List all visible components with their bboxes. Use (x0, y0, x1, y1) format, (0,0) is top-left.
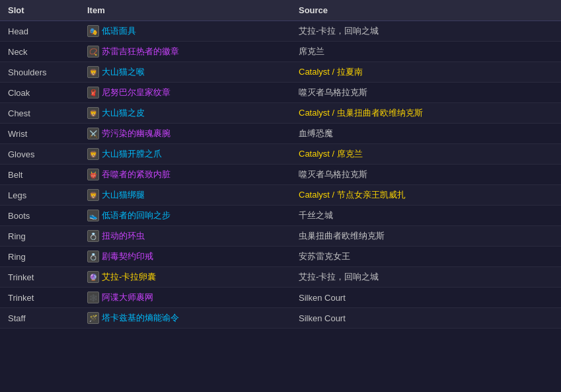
item-icon: 👟 (87, 210, 99, 221)
source-cell: 安苏雷克女王 (291, 247, 561, 267)
source-cell: 艾拉-卡拉，回响之城 (291, 267, 561, 288)
item-link[interactable]: 塔卡兹基的熵能谕令 (102, 312, 179, 324)
table-row: Cloak🧣尼努巴尔皇家纹章噬灭者乌格拉克斯 (0, 83, 561, 103)
source-cell: 噬灭者乌格拉克斯 (291, 83, 561, 103)
item-icon: 🦁 (87, 66, 99, 78)
item-link[interactable]: 劳污染的幽魂裹腕 (102, 128, 170, 139)
table-row: Gloves🦁大山猫开膛之爪Catalyst / 席克兰 (0, 144, 561, 165)
item-cell[interactable]: 💍剧毒契约印戒 (79, 247, 291, 267)
item-icon: 🦁 (87, 148, 99, 160)
table-row: Head🎭低语面具艾拉-卡拉，回响之城 (0, 21, 561, 42)
item-cell[interactable]: 🧣尼努巴尔皇家纹章 (79, 83, 291, 103)
source-cell: Silken Court (291, 308, 561, 329)
slot-header: Slot (0, 0, 79, 21)
gear-table-container: Slot Item Source Head🎭低语面具艾拉-卡拉，回响之城Neck… (0, 0, 561, 329)
table-row: Wrist⚔️劳污染的幽魂裹腕血缚恐魔 (0, 124, 561, 144)
item-cell[interactable]: ⚔️劳污染的幽魂裹腕 (79, 124, 291, 144)
source-cell: Catalyst / 节点女亲王凯威扎 (291, 185, 561, 206)
item-cell[interactable]: 🔮艾拉-卡拉卵囊 (79, 267, 291, 288)
source-header: Source (291, 0, 561, 21)
table-row: Legs🦁大山猫绑腿Catalyst / 节点女亲王凯威扎 (0, 185, 561, 206)
slot-cell: Cloak (0, 83, 79, 103)
item-icon: 🔮 (87, 271, 99, 283)
item-link[interactable]: 阿谍大师裹网 (102, 292, 153, 303)
item-link[interactable]: 尼努巴尔皇家纹章 (102, 87, 170, 98)
item-link[interactable]: 艾拉-卡拉卵囊 (102, 271, 156, 283)
gear-table: Slot Item Source Head🎭低语面具艾拉-卡拉，回响之城Neck… (0, 0, 561, 329)
source-cell: Catalyst / 虫巢扭曲者欧维纳克斯 (291, 103, 561, 124)
item-cell[interactable]: 🪄塔卡兹基的熵能谕令 (79, 308, 291, 329)
item-link[interactable]: 大山猫绑腿 (102, 189, 145, 201)
table-row: Trinket🔮艾拉-卡拉卵囊艾拉-卡拉，回响之城 (0, 267, 561, 288)
table-row: Ring💍剧毒契约印戒安苏雷克女王 (0, 247, 561, 267)
item-link[interactable]: 吞噬者的紧致内脏 (102, 169, 170, 180)
source-cell: 噬灭者乌格拉克斯 (291, 165, 561, 185)
slot-cell: Legs (0, 185, 79, 206)
source-cell: Catalyst / 拉夏南 (291, 62, 561, 83)
item-icon: ⚔️ (87, 128, 99, 139)
item-icon: 🎭 (87, 25, 99, 37)
slot-cell: Head (0, 21, 79, 42)
source-cell: Silken Court (291, 288, 561, 308)
item-link[interactable]: 大山猫开膛之爪 (102, 148, 162, 160)
table-row: Neck📿苏雷吉狂热者的徽章席克兰 (0, 42, 561, 62)
source-cell: Catalyst / 席克兰 (291, 144, 561, 165)
source-cell: 血缚恐魔 (291, 124, 561, 144)
item-cell[interactable]: 🦁大山猫开膛之爪 (79, 144, 291, 165)
item-cell[interactable]: 🎭低语面具 (79, 21, 291, 42)
slot-cell: Ring (0, 247, 79, 267)
item-link[interactable]: 剧毒契约印戒 (102, 251, 153, 262)
slot-cell: Belt (0, 165, 79, 185)
item-link[interactable]: 低语面具 (102, 25, 136, 37)
item-link[interactable]: 大山猫之喉 (102, 66, 145, 78)
item-icon: 💍 (87, 251, 99, 262)
item-icon: 🧣 (87, 87, 99, 98)
item-link[interactable]: 低语者的回响之步 (102, 210, 170, 221)
slot-cell: Shoulders (0, 62, 79, 83)
table-row: Chest🦁大山猫之皮Catalyst / 虫巢扭曲者欧维纳克斯 (0, 103, 561, 124)
slot-cell: Trinket (0, 288, 79, 308)
table-row: Belt👹吞噬者的紧致内脏噬灭者乌格拉克斯 (0, 165, 561, 185)
item-cell[interactable]: 🦁大山猫绑腿 (79, 185, 291, 206)
item-link[interactable]: 大山猫之皮 (102, 107, 145, 119)
slot-cell: Gloves (0, 144, 79, 165)
table-row: Trinket🕸️阿谍大师裹网Silken Court (0, 288, 561, 308)
item-icon: 🦁 (87, 189, 99, 201)
slot-cell: Ring (0, 226, 79, 247)
item-cell[interactable]: 📿苏雷吉狂热者的徽章 (79, 42, 291, 62)
item-icon: 👹 (87, 169, 99, 180)
table-row: Shoulders🦁大山猫之喉Catalyst / 拉夏南 (0, 62, 561, 83)
item-cell[interactable]: 🕸️阿谍大师裹网 (79, 288, 291, 308)
item-icon: 📿 (87, 46, 99, 58)
item-header: Item (79, 0, 291, 21)
slot-cell: Wrist (0, 124, 79, 144)
item-link[interactable]: 苏雷吉狂热者的徽章 (102, 46, 179, 58)
slot-cell: Boots (0, 206, 79, 226)
source-cell: 千丝之城 (291, 206, 561, 226)
item-icon: 🦁 (87, 107, 99, 119)
item-link[interactable]: 扭动的环虫 (102, 230, 145, 242)
item-cell[interactable]: 🦁大山猫之喉 (79, 62, 291, 83)
item-cell[interactable]: 👹吞噬者的紧致内脏 (79, 165, 291, 185)
slot-cell: Chest (0, 103, 79, 124)
item-icon: 🕸️ (87, 292, 99, 303)
item-icon: 🪄 (87, 312, 99, 324)
source-cell: 虫巢扭曲者欧维纳克斯 (291, 226, 561, 247)
slot-cell: Staff (0, 308, 79, 329)
item-icon: 💍 (87, 230, 99, 242)
table-row: Staff🪄塔卡兹基的熵能谕令Silken Court (0, 308, 561, 329)
item-cell[interactable]: 🦁大山猫之皮 (79, 103, 291, 124)
slot-cell: Neck (0, 42, 79, 62)
source-cell: 艾拉-卡拉，回响之城 (291, 21, 561, 42)
source-cell: 席克兰 (291, 42, 561, 62)
slot-cell: Trinket (0, 267, 79, 288)
item-cell[interactable]: 👟低语者的回响之步 (79, 206, 291, 226)
table-header-row: Slot Item Source (0, 0, 561, 21)
item-cell[interactable]: 💍扭动的环虫 (79, 226, 291, 247)
table-row: Ring💍扭动的环虫虫巢扭曲者欧维纳克斯 (0, 226, 561, 247)
table-row: Boots👟低语者的回响之步千丝之城 (0, 206, 561, 226)
